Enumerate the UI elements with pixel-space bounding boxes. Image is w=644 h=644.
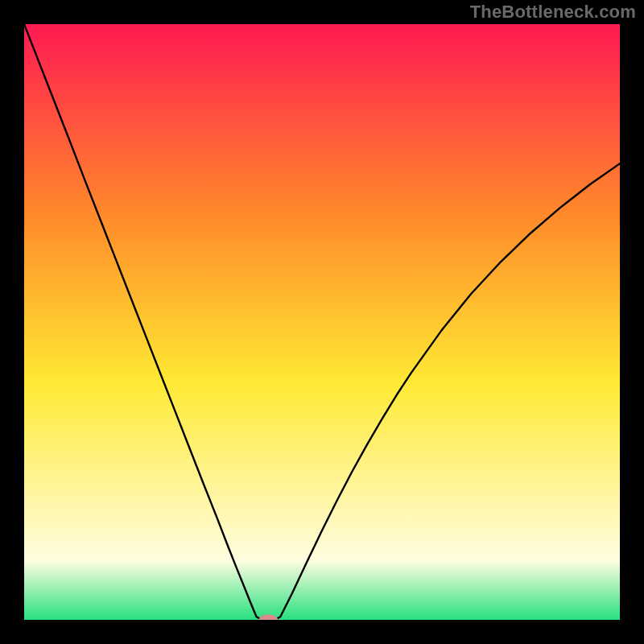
plot-area (24, 24, 620, 620)
chart-frame: TheBottleneck.com (0, 0, 644, 644)
watermark-text: TheBottleneck.com (470, 2, 636, 23)
bottleneck-curve-chart (24, 24, 620, 620)
